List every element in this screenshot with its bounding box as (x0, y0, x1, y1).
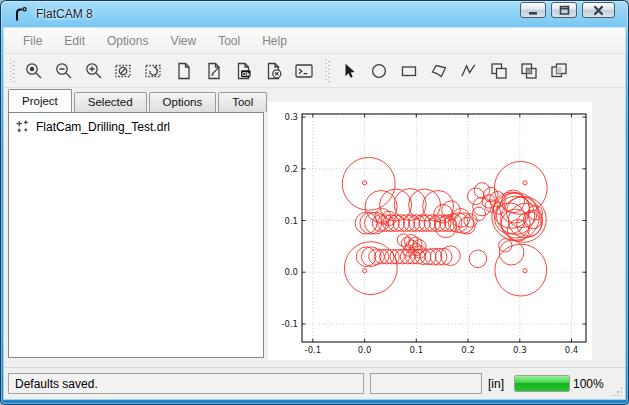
replot-button[interactable] (139, 57, 169, 85)
toolbar: Ok (4, 55, 625, 88)
svg-text:0.4: 0.4 (565, 345, 579, 355)
status-message: Defaults saved. (8, 373, 364, 394)
zoom-fit-icon (24, 61, 44, 81)
polygon-icon (429, 61, 449, 81)
path-icon (459, 61, 479, 81)
tab-tool[interactable]: Tool (218, 92, 267, 112)
tree-item-label: FlatCam_Drilling_Test.drl (36, 120, 170, 134)
project-tree-panel[interactable]: FlatCam_Drilling_Test.drl (8, 112, 264, 358)
window-title: FlatCAM 8 (36, 7, 93, 21)
progress-bar (514, 375, 570, 392)
toolbar-grip[interactable] (325, 59, 330, 83)
draw-circle-button[interactable] (364, 57, 394, 85)
svg-text:-0.1: -0.1 (281, 319, 298, 329)
shell-icon (294, 61, 314, 81)
maximize-button[interactable] (551, 2, 577, 18)
zoom-in-icon (84, 61, 104, 81)
zoom-fit-button[interactable] (19, 57, 49, 85)
tab-project[interactable]: Project (8, 89, 72, 112)
save-defaults-button[interactable]: Ok (229, 57, 259, 85)
plot-canvas[interactable]: -0.10.00.10.20.30.4-0.10.00.10.20.3 (268, 102, 592, 360)
units-label: [in] (488, 373, 504, 394)
resize-grip-icon[interactable] (612, 386, 622, 396)
menu-tool[interactable]: Tool (210, 30, 248, 52)
svg-text:Ok: Ok (242, 71, 251, 77)
svg-text:0.0: 0.0 (284, 267, 298, 277)
svg-text:0.3: 0.3 (513, 345, 527, 355)
select-tool-button[interactable] (334, 57, 364, 85)
maximize-icon (557, 3, 572, 18)
status-secondary (370, 373, 482, 394)
titlebar[interactable]: FlatCAM 8 (0, 0, 629, 28)
delete-file-icon (264, 61, 284, 81)
zoom-out-button[interactable] (49, 57, 79, 85)
menu-edit[interactable]: Edit (56, 30, 93, 52)
close-icon (591, 3, 606, 18)
svg-text:0.0: 0.0 (358, 345, 372, 355)
svg-text:0.2: 0.2 (461, 345, 475, 355)
status-bar: Defaults saved. [in] 100% (4, 367, 625, 399)
svg-text:0.2: 0.2 (284, 164, 298, 174)
new-project-button[interactable] (169, 57, 199, 85)
replot-icon (144, 61, 164, 81)
circle-icon (369, 61, 389, 81)
select-arrow-icon (339, 61, 359, 81)
shell-button[interactable] (289, 57, 319, 85)
clear-plot-icon (114, 61, 134, 81)
tab-selected[interactable]: Selected (74, 92, 147, 112)
caption-buttons (520, 2, 615, 18)
svg-text:0.1: 0.1 (284, 216, 298, 226)
tab-strip: ProjectSelectedOptionsTool (8, 89, 269, 112)
tree-item[interactable]: FlatCam_Drilling_Test.drl (9, 113, 263, 134)
menu-options[interactable]: Options (99, 30, 156, 52)
intersection-icon (519, 61, 539, 81)
menu-bar: FileEditOptionsViewToolHelp (4, 28, 625, 54)
subtract-icon (549, 61, 569, 81)
draw-rectangle-button[interactable] (394, 57, 424, 85)
menu-file[interactable]: File (15, 30, 50, 52)
flatcam-window: FlatCAM 8 FileEditOptionsViewToolHelp Ok… (0, 0, 629, 405)
clear-plot-button[interactable] (109, 57, 139, 85)
progress-fill (515, 376, 569, 391)
draw-path-button[interactable] (454, 57, 484, 85)
polygon-intersection-button[interactable] (514, 57, 544, 85)
minimize-icon (526, 3, 541, 18)
svg-text:0.1: 0.1 (410, 345, 424, 355)
app-logo-icon (12, 5, 30, 23)
draw-polygon-button[interactable] (424, 57, 454, 85)
union-icon (489, 61, 509, 81)
edit-file-icon (204, 61, 224, 81)
drill-plot[interactable]: -0.10.00.10.20.30.4-0.10.00.10.20.3 (268, 102, 592, 360)
minimize-button[interactable] (520, 2, 546, 18)
svg-text:-0.1: -0.1 (305, 345, 322, 355)
rectangle-icon (399, 61, 419, 81)
tab-options[interactable]: Options (149, 92, 217, 112)
progress-percent-label: 100% (573, 373, 604, 394)
zoom-in-button[interactable] (79, 57, 109, 85)
polygon-union-button[interactable] (484, 57, 514, 85)
polygon-subtract-button[interactable] (544, 57, 574, 85)
window-body: FileEditOptionsViewToolHelp Ok ProjectSe… (4, 28, 625, 399)
open-project-button[interactable] (199, 57, 229, 85)
menu-help[interactable]: Help (254, 30, 295, 52)
ok-file-icon: Ok (234, 61, 254, 81)
menu-view[interactable]: View (162, 30, 204, 52)
new-file-icon (174, 61, 194, 81)
close-button[interactable] (582, 2, 615, 18)
svg-text:0.3: 0.3 (284, 112, 298, 122)
drill-points-icon (15, 119, 30, 134)
zoom-out-icon (54, 61, 74, 81)
delete-object-button[interactable] (259, 57, 289, 85)
toolbar-grip[interactable] (10, 59, 15, 83)
